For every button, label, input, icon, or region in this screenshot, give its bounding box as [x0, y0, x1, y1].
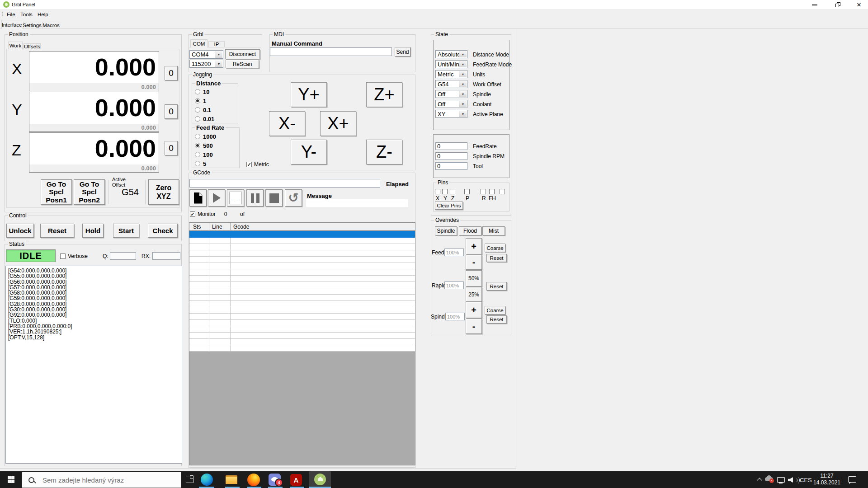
pin-p-checkbox[interactable] — [464, 189, 470, 194]
gcode-table[interactable]: Sts Line Gcode — [189, 222, 415, 465]
jog-x-plus-button[interactable]: X+ — [320, 111, 356, 136]
override-flood-button[interactable]: Flood — [459, 226, 481, 235]
tab-macros[interactable]: Macros — [42, 22, 60, 28]
chevron-down-icon[interactable]: ▼ — [459, 91, 467, 97]
tab-ip[interactable]: IP — [208, 41, 225, 47]
feedrate-option-100[interactable]: 100 — [203, 151, 213, 158]
run-button[interactable] — [208, 189, 225, 206]
stop-button[interactable] — [265, 189, 283, 206]
distance-radio-0-1[interactable] — [195, 107, 200, 113]
feedrate-option-5[interactable]: 5 — [203, 160, 206, 167]
spindle-state-select[interactable]: Off ▼ — [435, 90, 467, 98]
taskbar-app-firefox[interactable] — [244, 471, 263, 488]
start-button[interactable] — [0, 471, 22, 488]
zero-z-button[interactable]: 0 — [165, 141, 178, 155]
distance-mode-select[interactable]: Absolute ▼ — [435, 50, 467, 58]
taskbar-app-edge[interactable] — [198, 471, 216, 488]
menu-item-help[interactable]: Help — [38, 11, 48, 18]
taskbar-app-discord[interactable]: 4 — [265, 471, 284, 488]
taskbar-app-explorer[interactable] — [221, 471, 242, 488]
distance-radio-1[interactable] — [195, 98, 200, 103]
clear-pins-button[interactable]: Clear Pins — [435, 202, 463, 210]
feedrate-radio-1000[interactable] — [195, 134, 200, 139]
reset-button[interactable]: Reset — [40, 224, 74, 238]
feedrate-field[interactable]: 0 — [435, 142, 467, 150]
rewind-button[interactable]: ↺ — [285, 189, 302, 206]
onedrive-icon[interactable]: × — [764, 474, 774, 483]
column-header-sts[interactable]: Sts — [193, 224, 201, 230]
spindle-rpm-field[interactable]: 0 — [435, 152, 467, 160]
zero-xyz-button[interactable]: Zero XYZ — [148, 179, 179, 205]
tab-work[interactable]: Work — [8, 42, 23, 49]
units-select[interactable]: Metric ▼ — [435, 70, 467, 78]
chevron-down-icon[interactable]: ▼ — [459, 61, 467, 67]
distance-radio-0-01[interactable] — [195, 116, 200, 122]
chevron-down-icon[interactable]: ▼ — [459, 51, 467, 57]
spindle-minus-button[interactable]: - — [466, 319, 482, 334]
rx-field[interactable] — [152, 252, 180, 260]
column-header-line[interactable]: Line — [212, 224, 222, 230]
feed-reset-button[interactable]: Reset — [486, 254, 507, 262]
pin-x-checkbox[interactable] — [435, 189, 440, 194]
status-log[interactable]: [G54:0.000,0.000,0.000] [G55:0.000,0.000… — [5, 266, 182, 464]
goto-special-posn1-button[interactable]: Go To Spcl Posn1 — [41, 179, 72, 205]
tool-field[interactable]: 0 — [435, 162, 467, 170]
jog-z-plus-button[interactable]: Z+ — [366, 82, 402, 107]
pin-z-checkbox[interactable] — [450, 189, 455, 194]
distance-radio-10[interactable] — [195, 89, 200, 94]
zero-x-button[interactable]: 0 — [165, 66, 178, 80]
jog-y-plus-button[interactable]: Y+ — [291, 82, 327, 107]
taskbar-search[interactable] — [22, 472, 181, 488]
spindle-reset-button[interactable]: Reset — [486, 315, 507, 324]
task-view-button[interactable] — [181, 471, 198, 488]
monitor-checkbox[interactable]: ✓ — [190, 211, 195, 217]
tab-settings[interactable]: Settings — [23, 22, 41, 28]
pin-y-checkbox[interactable] — [442, 189, 448, 194]
verbose-checkbox[interactable] — [60, 253, 66, 259]
override-mist-button[interactable]: Mist — [482, 226, 505, 235]
work-offset-select[interactable]: G54 ▼ — [435, 80, 467, 88]
column-header-gcode[interactable]: Gcode — [233, 224, 249, 230]
chevron-down-icon[interactable]: ▼ — [459, 101, 467, 107]
distance-option-10[interactable]: 10 — [203, 89, 209, 95]
feedrate-option-1000[interactable]: 1000 — [203, 133, 216, 140]
spindle-plus-button[interactable]: + — [466, 302, 482, 318]
network-icon[interactable] — [777, 477, 785, 484]
jog-z-minus-button[interactable]: Z- — [366, 140, 402, 164]
check-button[interactable]: Check — [148, 224, 178, 238]
chevron-down-icon[interactable]: ▼ — [215, 51, 222, 58]
feedrate-option-500[interactable]: 500 — [203, 142, 213, 149]
spindle-coarse-button[interactable]: Coarse — [485, 306, 505, 314]
goto-special-posn2-button[interactable]: Go To Spcl Posn2 — [74, 179, 105, 205]
feed-minus-button[interactable]: - — [466, 255, 482, 270]
distance-option-1[interactable]: 1 — [203, 98, 206, 104]
metric-checkbox[interactable]: ✓ — [246, 162, 252, 167]
baud-select[interactable]: 115200 ▼ — [189, 60, 223, 68]
taskbar-app-grbl-active[interactable] — [309, 471, 331, 488]
menu-item-tools[interactable]: Tools — [20, 11, 33, 18]
taskbar-app-acrobat[interactable]: A — [287, 471, 306, 488]
feedrate-radio-500[interactable] — [195, 143, 200, 148]
rapid-50-button[interactable]: 50% — [466, 270, 482, 286]
manual-command-input[interactable] — [270, 47, 392, 56]
open-file-button[interactable] — [189, 189, 207, 206]
hold-button[interactable]: Hold — [82, 224, 104, 238]
tab-interface[interactable]: Interface — [1, 20, 22, 29]
tab-offsets[interactable]: Offsets — [24, 43, 41, 49]
tray-language[interactable]: CES — [800, 477, 812, 483]
distance-option-0-01[interactable]: 0.01 — [203, 116, 214, 122]
jog-x-minus-button[interactable]: X- — [269, 111, 305, 136]
chevron-down-icon[interactable]: ▼ — [459, 81, 467, 87]
close-button[interactable]: × — [850, 0, 868, 9]
pin-r-checkbox[interactable] — [481, 189, 486, 194]
unlock-button[interactable]: Unlock — [6, 224, 34, 238]
feedrate-radio-100[interactable] — [195, 152, 200, 157]
chevron-down-icon[interactable]: ▼ — [215, 61, 222, 67]
search-input[interactable] — [42, 476, 181, 484]
active-plane-select[interactable]: XY ▼ — [435, 110, 467, 118]
feed-coarse-button[interactable]: Coarse — [485, 244, 505, 252]
zero-y-button[interactable]: 0 — [165, 104, 178, 119]
send-button[interactable]: Send — [395, 47, 410, 56]
distance-option-0-1[interactable]: 0.1 — [203, 107, 211, 113]
menu-item-file[interactable]: File — [7, 11, 15, 18]
